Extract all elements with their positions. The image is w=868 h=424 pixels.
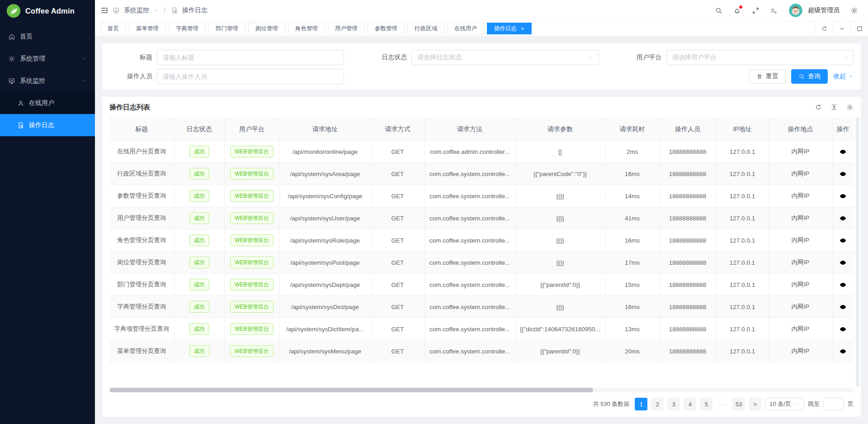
cell-url: /api/system/sysUser/page [279,207,371,229]
view-detail-eye-icon[interactable] [839,148,847,156]
language-icon[interactable]: 文A [770,7,778,14]
search-icon[interactable] [715,7,722,14]
avatar[interactable] [789,4,802,17]
sidebar-item-online-users[interactable]: 在线用户 [0,92,95,114]
app-logo[interactable]: Coffee Admin [0,0,95,22]
table-row: 用户管理分页查询成功WEB管理后台/api/system/sysUser/pag… [109,207,854,229]
tab-操作日志[interactable]: 操作日志× [487,23,532,34]
platform-badge: WEB管理后台 [230,168,273,180]
chevron-down-icon [589,55,594,60]
tab-用户管理[interactable]: 用户管理 [328,23,365,34]
refresh-icon[interactable] [815,104,822,111]
username[interactable]: 超级管理员 [808,6,840,14]
filter-platform-label: 用户平台 [619,53,662,62]
tab-行政区域[interactable]: 行政区域 [407,23,444,34]
status-badge: 成功 [189,212,209,224]
chevron-up-icon [82,78,87,83]
next-page-button[interactable]: > [749,398,761,410]
table-toolbar [815,104,854,111]
horizontal-scrollbar[interactable] [109,388,854,392]
breadcrumb-menu[interactable]: 系统监控 [124,6,149,14]
platform-badge: WEB管理后台 [230,345,273,357]
tab-list: 首页菜单管理字典管理部门管理岗位管理角色管理用户管理参数管理行政区域在线用户操作… [100,21,532,36]
vertical-scrollbar[interactable] [856,118,859,387]
chevron-down-tab-control[interactable] [833,21,850,36]
settings-icon[interactable] [850,7,858,14]
tab-角色管理[interactable]: 角色管理 [288,23,325,34]
maximize-tab-control[interactable] [850,21,868,36]
tab-岗位管理[interactable]: 岗位管理 [248,23,285,34]
notification-icon[interactable] [733,7,741,14]
collapse-sidebar-icon[interactable] [100,6,108,14]
filter-operator-input[interactable] [157,69,344,84]
cell-ip: 127.0.0.1 [716,229,769,252]
cell-params: [{}] [515,207,605,229]
tab-参数管理[interactable]: 参数管理 [368,23,405,34]
view-detail-eye-icon[interactable] [839,259,847,267]
cell-status: 成功 [174,340,224,362]
page-button-2[interactable]: 2 [651,398,664,410]
cell-status: 成功 [174,296,224,318]
cell-operator: 18888888888 [659,163,716,185]
tab-label: 角色管理 [295,25,318,33]
sidebar-item-label: 系统监控 [20,77,77,85]
sidebar-item-home[interactable]: 首页 [0,25,95,48]
view-detail-eye-icon[interactable] [839,303,847,311]
main-area: 系统监控 / 操作日志 文A 超级管理员 首页菜单管理字典管理部门管理岗位管理角… [95,0,868,424]
cell-title: 字典管理分页查询 [109,296,174,318]
column-settings-icon[interactable] [846,104,854,111]
jump-page-input[interactable] [823,398,844,410]
page-button-5[interactable]: 5 [700,398,712,410]
view-detail-eye-icon[interactable] [839,281,847,289]
filter-platform-select[interactable]: 请选择用户平台 [666,50,854,65]
sidebar-item-system-management[interactable]: 系统管理 [0,48,95,70]
refresh-tab-control[interactable] [815,21,833,36]
cell-method: GET [371,141,425,163]
table-row: 岗位管理分页查询成功WEB管理后台/api/system/sysPost/pag… [109,252,854,274]
view-detail-eye-icon[interactable] [839,325,847,333]
doc-search-icon [171,7,178,14]
fullscreen-icon[interactable] [752,7,760,14]
view-detail-eye-icon[interactable] [839,192,847,200]
search-button[interactable]: 查询 [791,69,828,84]
filter-status-select[interactable]: 请选择日志状态 [411,50,599,65]
horizontal-scrollbar-thumb[interactable] [109,388,593,392]
sidebar-item-system-monitor[interactable]: 系统监控 [0,70,95,92]
row-height-icon[interactable] [830,104,838,111]
page-button-3[interactable]: 3 [667,398,680,410]
collapse-filter-link[interactable]: 收起 [833,72,854,81]
tab-首页[interactable]: 首页 [100,23,126,34]
cell-url: /api/system/sysDict/page [279,296,371,318]
cell-operation [832,207,854,229]
header-toolbar: 文A 超级管理员 [715,4,858,17]
reset-button[interactable]: 重置 [749,69,786,84]
cell-platform: WEB管理后台 [224,163,279,185]
platform-badge: WEB管理后台 [230,190,273,202]
cell-title: 岗位管理分页查询 [109,252,174,274]
table-row: 字典项管理分页查询成功WEB管理后台/api/system/sysDictIte… [109,318,854,340]
cell-operator: 18888888888 [659,141,716,163]
tab-菜单管理[interactable]: 菜单管理 [129,23,166,34]
status-badge: 成功 [189,234,209,246]
app-title: Coffee Admin [25,7,75,15]
cell-title: 在线用户分页查询 [109,141,174,163]
filter-title-input[interactable] [157,50,344,65]
view-detail-eye-icon[interactable] [839,214,847,222]
page-button-53[interactable]: 53 [732,398,745,410]
tab-部门管理[interactable]: 部门管理 [208,23,245,34]
cell-ip: 127.0.0.1 [716,296,769,318]
page-size-select[interactable]: 10 条/页 [765,398,804,410]
table-title: 操作日志列表 [109,103,150,112]
page-button-1[interactable]: 1 [635,398,647,410]
sidebar-item-operation-log[interactable]: 操作日志 [0,114,95,136]
log-table-wrap: 标题日志状态用户平台请求地址请求方式请求方法请求参数请求耗时操作人员IP地址操作… [109,118,854,362]
view-detail-eye-icon[interactable] [839,348,847,355]
filter-status-placeholder: 请选择日志状态 [417,53,462,62]
page-button-4[interactable]: 4 [684,398,696,410]
tab-字典管理[interactable]: 字典管理 [169,23,206,34]
view-detail-eye-icon[interactable] [839,237,847,244]
sidebar-item-label: 系统管理 [20,55,77,63]
view-detail-eye-icon[interactable] [839,170,847,178]
tab-在线用户[interactable]: 在线用户 [447,23,484,34]
tab-close-icon[interactable]: × [521,26,524,32]
